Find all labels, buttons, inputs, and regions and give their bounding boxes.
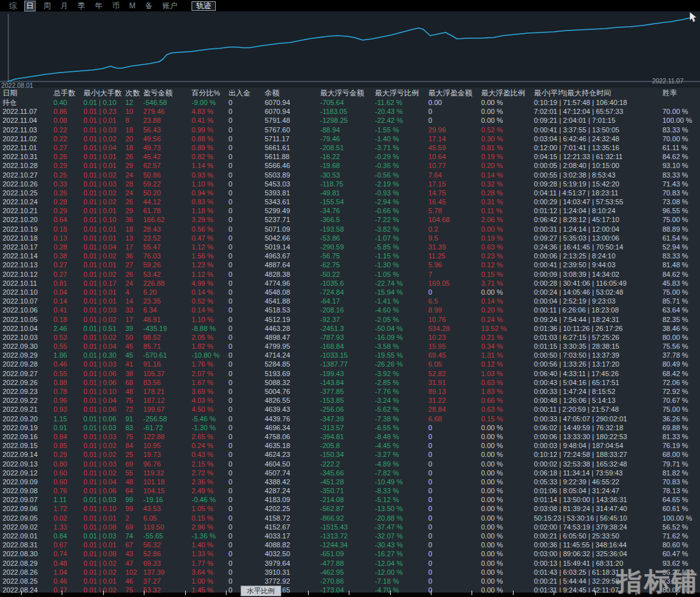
table-row[interactable]: 2022.10.260.330.01 | 0.032859.221.10 %05… (0, 179, 700, 188)
table-row[interactable]: 2022.08.290.480.01 | 0.024769.331.77 %03… (0, 559, 700, 568)
column-header-4[interactable]: 盈亏金额 (141, 88, 189, 98)
cell-4: 122.88 (141, 432, 189, 441)
cell-0: 持仓 (0, 98, 51, 107)
table-row[interactable]: 2022.09.220.960.01 | 0.0475187.124.03 %0… (0, 396, 700, 405)
cell-3: 75 (123, 396, 141, 405)
table-row[interactable]: 2022.09.150.850.01 | 0.028410.950.24 %04… (0, 441, 700, 450)
column-header-9[interactable]: 最大浮亏比例 (372, 88, 426, 98)
table-row[interactable]: 2022.09.210.930.01 | 0.0672199.674.50 %0… (0, 405, 700, 414)
cell-12: 0:00:04 | 2:52:19 | 9:23:03 (531, 297, 660, 306)
table-row[interactable]: 2022.10.110.810.01 | 0.1724226.884.99 %0… (0, 279, 700, 288)
table-row[interactable]: 2022.09.120.600.01 | 0.0255119.322.72 %0… (0, 468, 700, 477)
table-row[interactable]: 2022.09.071.110.01 | 0.0399-19.16-0.46 %… (0, 495, 700, 504)
table-row[interactable]: 2022.09.061.720.01 | 0.109943.531.05 %04… (0, 504, 700, 513)
menu-item-0[interactable]: 综 (8, 1, 18, 11)
table-row[interactable]: 2022.10.280.290.01 | 0.012962.571.14 %05… (0, 161, 700, 170)
column-header-12[interactable]: 最小|平均|最大持仓时间 (531, 88, 660, 98)
column-header-2[interactable]: 最小|大手数 (81, 88, 123, 98)
table-row[interactable]: 2022.10.270.250.01 | 0.022450.860.93 %05… (0, 171, 700, 179)
table-row[interactable]: 2022.10.042.460.01 | 0.5139-435.19-8.88 … (0, 324, 700, 333)
cell-3: 48 (123, 477, 141, 486)
table-row[interactable]: 2022.09.230.780.01 | 0.1048178.213.69 %0… (0, 387, 700, 396)
table-row[interactable]: 2022.09.270.550.01 | 0.0638105.372.07 %0… (0, 369, 700, 378)
table-row[interactable]: 2022.08.250.460.01 | 0.014637.271.00 %03… (0, 577, 700, 586)
horizontal-scale-ruler[interactable] (0, 593, 700, 597)
table-row[interactable]: 2022.10.030.530.01 | 0.025098.522.05 %04… (0, 333, 700, 342)
column-header-8[interactable]: 最大浮亏金额 (318, 88, 372, 98)
table-row[interactable]: 2022.08.300.740.01 | 0.084352.861.33 %04… (0, 549, 700, 558)
table-row[interactable]: 2022.09.190.910.01 | 0.0383-61.72-1.30 %… (0, 423, 700, 432)
cell-1: 0.28 (51, 242, 81, 251)
table-row[interactable]: 2022.10.190.180.01 | 0.011828.430.56 %05… (0, 225, 700, 234)
menu-item-4[interactable]: 季 (76, 1, 87, 11)
cell-8: -477.88 (318, 559, 372, 568)
table-row[interactable]: 2022.10.130.270.01 | 0.012759.261.23 %04… (0, 260, 700, 269)
menu-item-9[interactable]: 账户 (161, 1, 179, 11)
table-row[interactable]: 2022.09.140.290.01 | 0.022519.730.43 %04… (0, 450, 700, 459)
table-row[interactable]: 2022.09.021.330.01 | 0.0869119.502.96 %0… (0, 523, 700, 531)
cell-11: 0.15 % (479, 270, 531, 279)
column-header-5[interactable]: 百分比% (189, 88, 226, 98)
cell-6: 0 (226, 188, 262, 197)
menu-item-1[interactable]: 日 (25, 1, 35, 11)
menu-item-3[interactable]: 月 (59, 1, 69, 11)
table-row[interactable]: 2022.11.040.080.01 | 0.01823.880.41 %057… (0, 116, 700, 125)
table-row[interactable]: 2022.10.210.290.01 | 0.012961.781.18 %05… (0, 206, 700, 215)
column-header-13[interactable]: 胜率 (660, 88, 700, 98)
table-row[interactable]: 2022.09.050.020.01 | 0.0126.050.15 %0415… (0, 514, 700, 523)
table-row[interactable]: 2022.10.170.280.01 | 0.041755.471.12 %05… (0, 242, 700, 251)
table-row[interactable]: 2022.09.160.840.01 | 0.0375122.882.65 %0… (0, 432, 700, 441)
column-header-7[interactable]: 余额 (262, 88, 318, 98)
table-row[interactable]: 2022.09.280.460.01 | 0.034191.161.76 %05… (0, 360, 700, 369)
table-row[interactable]: 2022.10.240.280.01 | 0.022644.120.83 %05… (0, 197, 700, 206)
table-row[interactable]: 2022.10.200.640.01 | 0.1036166.623.29 %0… (0, 215, 700, 224)
cell-8: -1033.15 (318, 351, 372, 360)
table-row[interactable]: 2022.11.010.270.01 | 0.041849.730.89 %05… (0, 143, 700, 152)
menu-item-6[interactable]: 币 (111, 1, 121, 11)
column-header-10[interactable]: 最大浮盈金额 (426, 88, 479, 98)
menu-item-7[interactable]: M (128, 1, 137, 11)
table-row[interactable]: 2022.09.260.880.01 | 0.066883.561.67 %05… (0, 378, 700, 387)
table-row[interactable]: 2022.10.070.140.01 | 0.011423.350.52 %04… (0, 297, 700, 306)
table-row[interactable]: 2022.09.090.600.01 | 0.0448101.182.36 %0… (0, 477, 700, 486)
table-row[interactable]: 2022.10.310.260.01 | 0.012645.420.82 %05… (0, 152, 700, 161)
column-header-11[interactable]: 最大浮盈比例 (479, 88, 531, 98)
table-row[interactable]: 持仓0.400.01 | 0.1012-546.58-9.00 %06070.9… (0, 98, 700, 107)
table-row[interactable]: 2022.09.300.550.01 | 0.044585.711.82 %04… (0, 342, 700, 351)
column-header-0[interactable]: 日期 (0, 88, 51, 98)
table-row[interactable]: 2022.10.120.270.01 | 0.022653.421.12 %04… (0, 270, 700, 279)
table-row[interactable]: 2022.09.080.760.01 | 0.0664104.152.49 %0… (0, 486, 700, 495)
cell-4: -61.72 (141, 423, 189, 432)
equity-curve-chart[interactable]: 2022.08.01 2022.11.07 (0, 11, 700, 88)
cell-4: 23.35 (141, 297, 189, 306)
table-row[interactable]: 2022.09.201.150.01 | 0.0691-256.58-5.46 … (0, 414, 700, 423)
cell-0: 2022.09.23 (0, 387, 51, 396)
menu-item-8[interactable]: 备 (144, 1, 154, 11)
cell-11: 0.19 % (479, 152, 531, 161)
table-row[interactable]: 2022.11.030.220.01 | 0.031856.430.99 %05… (0, 125, 700, 134)
menu-item-2[interactable]: 周 (42, 1, 52, 11)
cell-0: 2022.09.15 (0, 441, 51, 450)
table-row[interactable]: 2022.10.250.260.01 | 0.022450.200.94 %05… (0, 188, 700, 197)
cell-4: 19.73 (141, 450, 189, 459)
table-row[interactable]: 2022.11.020.220.01 | 0.022049.560.88 %05… (0, 134, 700, 143)
top-menu-bar: 综日周月季年币M备账户 轨迹 (0, 0, 700, 11)
table-row[interactable]: 2022.10.060.410.01 | 0.03336.340.14 %045… (0, 306, 700, 314)
table-row[interactable]: 2022.10.180.130.01 | 0.011323.520.47 %05… (0, 234, 700, 242)
menu-item-5[interactable]: 年 (94, 1, 104, 11)
table-row[interactable]: 2022.08.310.670.01 | 0.016756.321.40 %04… (0, 540, 700, 549)
ruler-tick (472, 591, 472, 595)
column-header-3[interactable]: 次数 (123, 88, 141, 98)
table-row[interactable]: 2022.10.100.040.01 | 0.0146.200.14 %0454… (0, 288, 700, 297)
table-row[interactable]: 2022.09.291.860.01 | 0.3045-570.61-10.80… (0, 351, 700, 360)
table-row[interactable]: 2022.10.050.180.01 | 0.021748.911.10 %04… (0, 315, 700, 324)
table-row[interactable]: 2022.09.130.800.01 | 0.036996.762.15 %04… (0, 460, 700, 468)
table-row[interactable]: 2022.11.070.860.01 | 0.2310279.464.83 %0… (0, 107, 700, 116)
column-header-1[interactable]: 总手数 (51, 88, 81, 98)
table-row[interactable]: 2022.09.010.840.01 | 0.0374-55.65-1.36 %… (0, 531, 700, 540)
table-row[interactable]: 2022.08.261.040.01 | 0.02102137.393.64 %… (0, 568, 700, 577)
trajectory-button[interactable]: 轨迹 (192, 1, 216, 11)
table-row[interactable]: 2022.10.140.380.01 | 0.023676.031.56 %04… (0, 251, 700, 260)
cell-2: 0.01 | 0.01 (81, 540, 123, 549)
column-header-6[interactable]: 出入金 (226, 88, 262, 98)
